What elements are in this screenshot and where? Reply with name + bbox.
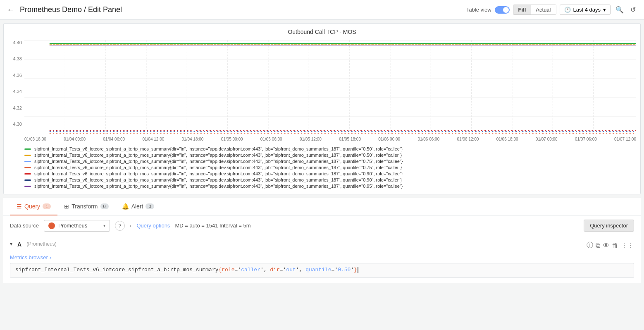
datasource-info-button[interactable]: ? <box>115 221 125 231</box>
query-quantile-value: 0.50 <box>338 267 351 273</box>
table-view-label: Table view <box>466 7 491 13</box>
query-collapse-button[interactable]: ▾ <box>10 240 12 247</box>
query-options-meta: MD = auto = 1541 Interval = 5m <box>175 222 250 229</box>
x-axis-label: 01/06 06:00 <box>417 137 439 141</box>
query-help-button[interactable]: ⓘ <box>587 241 593 250</box>
tab-label: Transform <box>72 203 98 210</box>
x-axis-label: 01/05 06:00 <box>260 137 282 141</box>
legend-color-swatch <box>24 173 31 175</box>
x-axis-label: 01/07 12:00 <box>614 137 636 141</box>
fill-actual-toggle: Fill Actual <box>513 5 556 15</box>
legend-color-swatch <box>24 148 31 150</box>
x-axis-label: 01/07 06:00 <box>575 137 597 141</box>
x-axis: 01/03 18:0001/04 00:0001/04 06:0001/04 1… <box>24 135 636 143</box>
actual-button[interactable]: Actual <box>531 5 556 14</box>
query-metric-name: sipfront_Internal_Tests_v6_iotcore_sipfr… <box>15 267 218 273</box>
query-more-button[interactable]: ⋮⋮ <box>621 241 634 250</box>
legend-item: sipfront_Internal_Tests_v6_iotcore_sipfr… <box>24 165 636 170</box>
x-axis-label: 01/04 12:00 <box>142 137 164 141</box>
x-axis-label: 01/06 00:00 <box>378 137 400 141</box>
x-axis-label: 01/04 00:00 <box>64 137 86 141</box>
legend-item: sipfront_Internal_Tests_v6_iotcore_sipfr… <box>24 159 636 164</box>
clock-icon: 🕐 <box>564 7 571 13</box>
x-axis-label: 01/04 18:00 <box>182 137 204 141</box>
query-role-value: caller <box>241 267 260 273</box>
legend-color-swatch <box>24 167 31 168</box>
query-editor-row: ▾ A (Prometheus) ⓘ ⧉ 👁 🗑 ⋮⋮ <box>3 236 641 254</box>
tab-badge: 0 <box>145 203 154 209</box>
legend-item: sipfront_Internal_Tests_v6_iotcore_sipfr… <box>24 184 636 189</box>
query-tabs: ☰Query1⊞Transform0🔔Alert0 <box>3 198 641 215</box>
query-copy-button[interactable]: ⧉ <box>596 241 600 250</box>
tab-label: Alert <box>131 203 143 210</box>
query-equals-1: =' <box>235 267 241 273</box>
header: ← Prometheus Demo / Edit Panel Table vie… <box>0 0 644 20</box>
header-controls: Table view Fill Actual 🕐 Last 4 days ▾ 🔍… <box>466 4 637 15</box>
y-axis-label: 4.36 <box>4 73 22 78</box>
chevron-down-icon: ▾ <box>103 223 105 228</box>
x-axis-label: 01/04 06:00 <box>103 137 125 141</box>
tab-label: Query <box>24 203 40 210</box>
tab-transform[interactable]: ⊞Transform0 <box>57 198 115 215</box>
time-range-button[interactable]: 🕐 Last 4 days ▾ <box>560 5 611 15</box>
tab-icon: 🔔 <box>122 203 129 210</box>
legend-color-swatch <box>24 186 31 187</box>
legend-color-swatch <box>24 155 31 156</box>
legend-color-swatch <box>24 161 31 162</box>
legend-item: sipfront_Internal_Tests_v6_iotcore_sipfr… <box>24 153 636 158</box>
query-delete-button[interactable]: 🗑 <box>612 241 618 250</box>
metrics-browser-button[interactable]: Metrics browser › <box>10 254 51 261</box>
x-axis-label: 01/07 00:00 <box>536 137 558 141</box>
query-actions: ⓘ ⧉ 👁 🗑 ⋮⋮ <box>587 240 634 250</box>
query-input[interactable]: sipfront_Internal_Tests_v6_iotcore_sipfr… <box>10 263 634 278</box>
chart-legend: sipfront_Internal_Tests_v6_iotcore_sipfr… <box>4 143 640 194</box>
legend-label: sipfront_Internal_Tests_v6_iotcore_sipfr… <box>34 159 403 164</box>
query-dir-key: dir <box>270 267 279 273</box>
table-view-toggle[interactable] <box>495 6 510 14</box>
query-brace-close: } <box>354 267 357 273</box>
query-cursor <box>358 267 362 273</box>
y-axis-label: 4.38 <box>4 56 22 61</box>
y-axis-label: 4.32 <box>4 105 22 110</box>
query-hide-button[interactable]: 👁 <box>603 241 609 250</box>
refresh-button[interactable]: ↺ <box>629 4 637 15</box>
tab-badge: 0 <box>100 203 109 209</box>
legend-item: sipfront_Internal_Tests_v6_iotcore_sipfr… <box>24 177 636 182</box>
y-axis-label: 4.40 <box>4 40 22 45</box>
query-options-button[interactable]: Query options <box>136 222 170 229</box>
query-inspector-button[interactable]: Query inspector <box>584 220 634 232</box>
query-letter: A <box>17 240 21 248</box>
legend-label: sipfront_Internal_Tests_v6_iotcore_sipfr… <box>34 171 403 176</box>
query-comma-1: ', <box>260 267 270 273</box>
query-equals-2: =' <box>280 267 286 273</box>
zoom-out-button[interactable]: 🔍 <box>614 4 625 15</box>
chart-title: Outbound Call TCP - MOS <box>4 24 640 40</box>
back-button[interactable]: ← <box>7 5 15 14</box>
chart-area: 4.404.384.364.344.324.30 <box>4 40 640 143</box>
fill-button[interactable]: Fill <box>513 5 531 14</box>
tab-icon: ⊞ <box>64 203 69 210</box>
chart-container: Outbound Call TCP - MOS 4.404.384.364.34… <box>3 23 641 194</box>
y-axis: 4.404.384.364.344.324.30 <box>4 40 24 127</box>
metrics-browser-label: Metrics browser <box>10 254 48 261</box>
tab-alert[interactable]: 🔔Alert0 <box>115 198 161 215</box>
query-role-key: role <box>222 267 234 273</box>
legend-label: sipfront_Internal_Tests_v6_iotcore_sipfr… <box>34 177 402 182</box>
datasource-select[interactable]: Prometheus ▾ <box>44 220 110 232</box>
page-title: Prometheus Demo / Edit Panel <box>20 5 122 14</box>
legend-color-swatch <box>24 179 31 181</box>
chart-svg <box>24 40 636 135</box>
metrics-browser-chevron: › <box>50 254 51 261</box>
y-axis-label: 4.34 <box>4 89 22 94</box>
chevron-down-icon: ▾ <box>603 7 606 13</box>
x-axis-label: 01/06 12:00 <box>457 137 479 141</box>
tab-query[interactable]: ☰Query1 <box>10 198 57 215</box>
y-axis-label: 4.30 <box>4 122 22 127</box>
x-axis-label: 01/03 18:00 <box>24 137 46 141</box>
prometheus-icon <box>48 222 55 229</box>
arrow-icon: › <box>130 222 131 229</box>
legend-item: sipfront_Internal_Tests_v6_iotcore_sipfr… <box>24 146 636 151</box>
x-axis-label: 01/05 18:00 <box>339 137 361 141</box>
tab-badge: 1 <box>43 203 51 209</box>
datasource-label: Data source <box>10 222 39 229</box>
